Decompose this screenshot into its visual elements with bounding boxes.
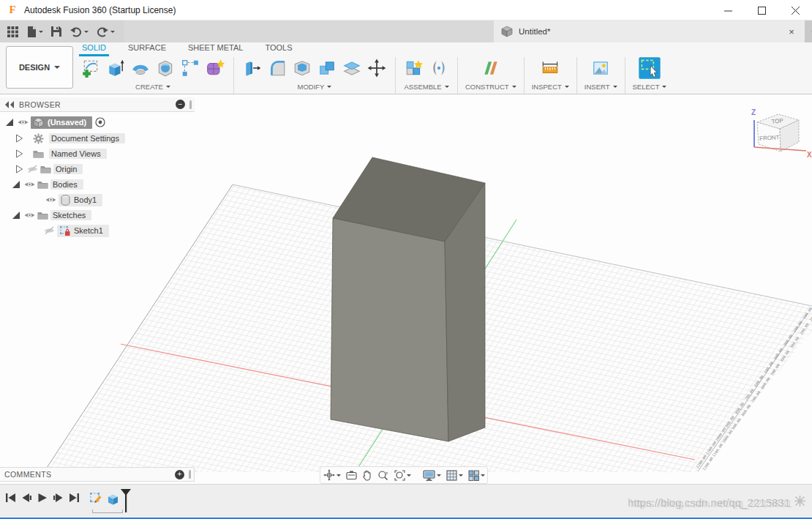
combine-button[interactable] [316, 57, 338, 79]
tab-tools[interactable]: TOOLS [265, 43, 292, 54]
sketch-feature-icon[interactable] [89, 492, 102, 504]
visibility-eye-icon[interactable] [45, 196, 56, 204]
revolve-button[interactable] [129, 57, 151, 79]
step-back-button[interactable] [22, 493, 31, 503]
browser-item-sketch1[interactable]: Sketch1 [42, 223, 109, 238]
data-panel-button[interactable] [4, 23, 21, 40]
new-component-icon [405, 59, 424, 78]
go-to-start-button[interactable] [6, 493, 15, 503]
new-tab-button[interactable]: + [805, 20, 812, 42]
viewports-button[interactable] [467, 470, 486, 481]
group-create: CREATE [76, 56, 230, 91]
collapsed-arrow-icon[interactable] [15, 165, 23, 173]
create-sketch-icon [81, 59, 100, 78]
visibility-eye-icon[interactable] [18, 119, 29, 126]
comments-resize-grip[interactable] [189, 470, 191, 479]
go-to-end-button[interactable] [69, 493, 79, 503]
viewport-3d[interactable]: 100.00100.00200.00200.00300.00300.00400.… [0, 94, 812, 484]
comments-panel-header[interactable]: COMMENTS + [0, 467, 195, 482]
browser-item-origin[interactable]: Origin [12, 162, 83, 176]
timeline-playback-controls [6, 493, 79, 503]
joint-button[interactable] [428, 57, 450, 79]
offset-face-button[interactable] [341, 57, 363, 79]
shell-button[interactable] [291, 57, 313, 79]
zoom-button[interactable]: ± [376, 470, 391, 481]
pan-button[interactable] [361, 470, 374, 481]
viewcube-front-label[interactable]: FRONT [759, 134, 780, 142]
group-label-construct[interactable]: CONSTRUCT [465, 83, 516, 91]
display-settings-button[interactable] [421, 470, 443, 481]
visibility-eye-icon[interactable] [24, 212, 35, 219]
browser-item-unsaved[interactable]: (Unsaved) [3, 115, 105, 130]
step-forward-button[interactable] [53, 493, 63, 503]
fillet-button[interactable] [266, 57, 288, 79]
minimize-button[interactable] [711, 0, 745, 20]
redo-button[interactable] [94, 24, 117, 40]
visibility-off-icon[interactable] [27, 165, 38, 173]
play-button[interactable] [38, 493, 47, 503]
close-icon [792, 7, 800, 15]
expanded-arrow-icon[interactable] [12, 180, 20, 189]
look-at-button[interactable] [345, 471, 358, 480]
tab-close-button[interactable]: × [786, 26, 797, 37]
timeline-playhead[interactable] [120, 488, 132, 513]
save-button[interactable] [48, 23, 64, 40]
construct-plane-button[interactable] [480, 57, 502, 79]
orbit-button[interactable] [322, 469, 342, 481]
body1-solid[interactable] [331, 157, 485, 441]
workspace-caret-icon [54, 66, 60, 69]
group-label-insert[interactable]: INSERT [584, 83, 617, 91]
expanded-arrow-icon[interactable] [5, 118, 14, 127]
visibility-eye-icon[interactable] [24, 181, 35, 188]
tab-sheet-metal[interactable]: SHEET METAL [188, 43, 243, 54]
new-component-button[interactable] [403, 57, 425, 79]
insert-image-button[interactable] [590, 57, 612, 79]
pattern-button[interactable] [179, 57, 201, 79]
browser-item-sketches[interactable]: Sketches [10, 208, 91, 223]
collapsed-arrow-icon[interactable] [15, 134, 23, 143]
group-label-inspect[interactable]: INSPECT [532, 83, 569, 91]
move-button[interactable] [366, 57, 388, 79]
undo-button[interactable] [67, 24, 91, 40]
group-label-select[interactable]: SELECT [633, 83, 667, 91]
close-button[interactable] [778, 0, 812, 20]
group-label-assemble[interactable]: ASSEMBLE [404, 83, 448, 91]
collapsed-arrow-icon[interactable] [15, 149, 23, 158]
grid-caret-icon [459, 474, 463, 477]
hole-button[interactable] [154, 57, 176, 79]
add-comment-button[interactable]: + [175, 470, 184, 479]
fit-button[interactable] [393, 470, 413, 481]
combine-icon [317, 59, 337, 78]
measure-button[interactable] [539, 57, 561, 79]
tab-surface[interactable]: SURFACE [128, 43, 166, 54]
expanded-arrow-icon[interactable] [12, 211, 20, 220]
zoom-icon: ± [377, 470, 389, 481]
browser-item-bodies[interactable]: Bodies [10, 177, 83, 192]
create-form-button[interactable] [204, 57, 226, 79]
collapse-arrows-icon[interactable] [5, 101, 15, 108]
tab-solid[interactable]: SOLID [82, 43, 106, 54]
workspace-selector[interactable]: DESIGN [6, 46, 73, 89]
press-pull-button[interactable] [241, 57, 263, 79]
document-tab[interactable]: Untitled* × [494, 20, 805, 42]
browser-item-named-views[interactable]: Named Views [12, 146, 107, 161]
file-menu-button[interactable] [24, 23, 45, 40]
maximize-button[interactable] [745, 0, 778, 20]
group-separator [524, 57, 525, 94]
browser-item-body1[interactable]: Body1 [44, 193, 102, 207]
body1-front-left-face[interactable] [331, 218, 448, 441]
create-sketch-button[interactable] [80, 57, 102, 79]
group-label-create[interactable]: CREATE [135, 83, 170, 91]
extrude-feature-icon[interactable] [106, 492, 120, 506]
group-label-modify[interactable]: MODIFY [298, 83, 332, 91]
extrude-button[interactable] [105, 57, 127, 79]
view-cube[interactable]: TOP FRONT Z X [745, 105, 812, 163]
look-at-icon [346, 471, 357, 480]
browser-resize-grip[interactable] [189, 100, 192, 109]
select-button[interactable] [637, 56, 662, 81]
browser-item-document-settings[interactable]: Document Settings [12, 131, 125, 146]
browser-collapse-button[interactable]: − [176, 100, 185, 109]
grid-display-button[interactable] [445, 470, 465, 481]
activate-radio-icon[interactable] [95, 117, 105, 127]
visibility-off-icon[interactable] [44, 226, 55, 235]
